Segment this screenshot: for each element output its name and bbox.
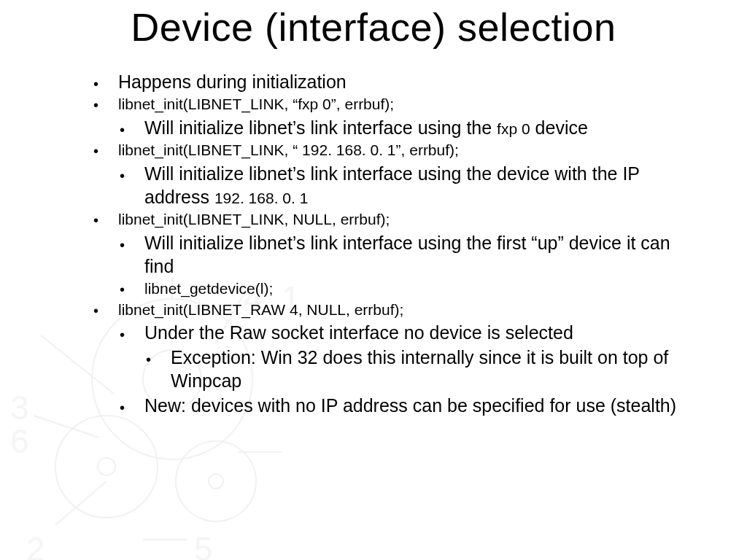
bullet-l2: Will initialize libnet’s link interface … [120, 162, 703, 209]
bullet-l2: libnet_getdevice(l); [120, 279, 703, 299]
bullet-l3: Exception: Win 32 does this internally s… [146, 346, 703, 392]
bullet-l1: Happens during initialization [93, 70, 703, 93]
svg-point-5 [209, 474, 223, 489]
bullet-text: libnet_init(LIBNET_RAW 4, NULL, errbuf); [118, 300, 703, 320]
bullet-icon [120, 162, 144, 209]
bullet-text: libnet_init(LIBNET_LINK, “fxp 0”, errbuf… [118, 95, 703, 114]
wm-number-5: 5 [194, 529, 213, 560]
bullet-text: libnet_init(LIBNET_LINK, NULL, errbuf); [118, 210, 703, 230]
svg-point-4 [98, 458, 115, 475]
bullet-text: libnet_init(LIBNET_LINK, “ 192. 168. 0. … [118, 141, 703, 160]
bullet-icon [93, 210, 118, 230]
bullet-icon [120, 279, 144, 299]
bullet-text: Will initialize libnet’s link interface … [144, 162, 703, 209]
code-fragment: 192. 168. 0. 1 [214, 190, 308, 206]
code-fragment: fxp 0 [497, 120, 530, 137]
bullet-text: Under the Raw socket interface no device… [144, 321, 703, 344]
wm-number-6: 6 [10, 421, 29, 461]
bullet-text: Exception: Win 32 does this internally s… [171, 346, 703, 392]
bullet-l2: Under the Raw socket interface no device… [120, 321, 703, 344]
wm-number-3: 3 [10, 388, 29, 427]
bullet-l1: libnet_init(LIBNET_LINK, “ 192. 168. 0. … [93, 141, 703, 160]
bullet-l2: Will initialize libnet’s link interface … [120, 231, 703, 278]
text-fragment: Will initialize libnet’s link interface … [144, 117, 497, 138]
bullet-text: libnet_getdevice(l); [144, 279, 703, 299]
bullet-icon [120, 116, 144, 139]
bullet-l1: libnet_init(LIBNET_RAW 4, NULL, errbuf); [93, 300, 703, 320]
bullet-text: Will initialize libnet’s link interface … [144, 116, 703, 139]
slide-body: Happens during initialization libnet_ini… [93, 70, 703, 419]
bullet-icon [93, 95, 118, 114]
bullet-icon [93, 141, 118, 160]
svg-point-2 [55, 416, 158, 518]
svg-point-3 [176, 441, 256, 521]
wm-number-2: 2 [26, 529, 45, 560]
bullet-icon [120, 321, 144, 344]
bullet-text: Will initialize libnet’s link interface … [144, 231, 703, 278]
bullet-icon [93, 300, 118, 320]
bullet-icon [120, 231, 144, 278]
bullet-text: Happens during initialization [118, 70, 703, 93]
bullet-l1: libnet_init(LIBNET_LINK, “fxp 0”, errbuf… [93, 95, 703, 114]
bullet-icon [146, 346, 171, 392]
bullet-text: New: devices with no IP address can be s… [144, 394, 703, 417]
slide-title: Device (interface) selection [0, 4, 747, 50]
text-fragment: device [530, 117, 588, 138]
bullet-l1: libnet_init(LIBNET_LINK, NULL, errbuf); [93, 210, 703, 230]
bullet-icon [120, 394, 144, 417]
bullet-l2: New: devices with no IP address can be s… [120, 394, 703, 417]
bullet-l2: Will initialize libnet’s link interface … [120, 116, 703, 139]
bullet-icon [93, 70, 118, 93]
